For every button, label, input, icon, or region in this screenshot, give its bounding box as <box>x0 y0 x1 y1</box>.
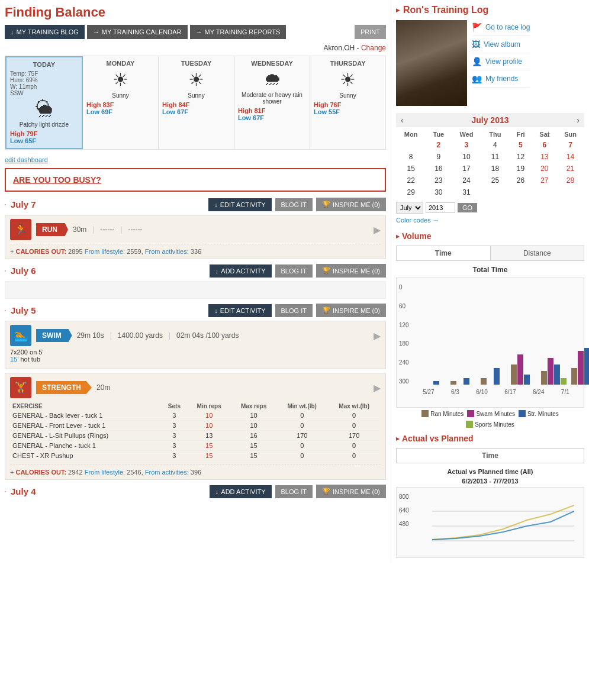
july4-blog-btn[interactable]: BLOG IT <box>275 485 313 498</box>
cal-day-7[interactable]: 7 <box>556 139 584 151</box>
edit-dashboard-link[interactable]: edit dashboard <box>5 156 48 163</box>
cal-day-28[interactable]: 28 <box>556 175 584 186</box>
color-codes-link[interactable]: Color codes → <box>396 217 439 224</box>
x-617: 6/17 <box>504 389 516 395</box>
year-input[interactable] <box>426 202 455 213</box>
x-71: 7/1 <box>561 389 569 395</box>
cal-day-24[interactable]: 24 <box>451 175 481 186</box>
location-bar: Akron,OH - Change <box>5 44 386 52</box>
july5-inspire-btn[interactable]: 🏆 INSPIRE ME (0) <box>316 304 386 317</box>
cal-day-14[interactable]: 14 <box>556 151 584 163</box>
cal-day-17[interactable]: 17 <box>451 163 481 175</box>
ex-name: GENERAL - L-Sit Pullups (Rings) <box>10 431 162 441</box>
cal-day-11[interactable]: 11 <box>482 151 509 163</box>
month-select[interactable]: July <box>396 202 423 214</box>
july4-inspire-label: INSPIRE ME (0) <box>333 488 380 495</box>
july6-inspire-btn[interactable]: 🏆 INSPIRE ME (0) <box>316 264 386 278</box>
cal-day-26[interactable]: 26 <box>508 175 532 186</box>
cal-day-27[interactable]: 27 <box>533 175 556 186</box>
color-codes[interactable]: Color codes → <box>396 216 584 224</box>
lifestyle-label2: From lifestyle: <box>85 469 125 476</box>
cal-day-15[interactable]: 15 <box>396 163 426 175</box>
today-low: Low 65F <box>10 137 78 144</box>
race-log-link[interactable]: 🚩 Go to race log <box>472 22 530 36</box>
cal-day-2[interactable]: 2 <box>426 139 451 151</box>
cal-day-12[interactable]: 12 <box>508 151 532 163</box>
busy-banner-link[interactable]: ARE YOU TOO BUSY? <box>13 175 101 185</box>
my-training-reports-btn[interactable]: → MY TRAINING REPORTS <box>190 25 287 39</box>
sep1: | <box>92 225 94 234</box>
today-desc: Patchy light drizzle <box>10 121 78 128</box>
july4-add-btn[interactable]: ↓ ADD ACTIVITY <box>210 485 272 498</box>
cal-day-23[interactable]: 23 <box>426 175 451 186</box>
cal-day-31[interactable]: 31 <box>451 186 481 198</box>
max-reps-col-header: Max reps <box>231 402 276 411</box>
cal-day-4[interactable]: 4 <box>482 139 509 151</box>
july6-section: ▸ July 6 ↓ ADD ACTIVITY BLOG IT 🏆 INSPIR… <box>5 264 386 299</box>
ex-min-wt: 0 <box>276 451 327 461</box>
my-training-calendar-btn[interactable]: → MY TRAINING CALENDAR <box>87 25 188 39</box>
view-album-link[interactable]: 🖼 View album <box>472 40 530 53</box>
cal-day-3[interactable]: 3 <box>451 139 481 151</box>
run-stat3: ------ <box>128 225 143 234</box>
volume-distance-tab[interactable]: Distance <box>491 246 584 260</box>
july7-inspire-btn[interactable]: 🏆 INSPIRE ME (0) <box>316 198 386 211</box>
today-icon: 🌦 <box>10 99 78 119</box>
swim-icon: 🏊 <box>10 325 31 346</box>
str-bar-2 <box>494 368 500 385</box>
swim-label: SWIM <box>36 329 72 342</box>
july5-calories: + CALORIES OUT: 2942 From lifestyle: 254… <box>10 464 381 476</box>
inspire-icon4: 🏆 <box>322 488 330 495</box>
july6-add-btn[interactable]: ↓ ADD ACTIVITY <box>210 264 272 278</box>
my-friends-link[interactable]: 👥 My friends <box>472 74 530 88</box>
swim-stat2: 1400.00 yards <box>118 331 163 340</box>
cal-day-21[interactable]: 21 <box>556 163 584 175</box>
cal-day-5[interactable]: 5 <box>508 139 532 151</box>
avp-time-tab[interactable]: Time <box>397 449 584 463</box>
volume-time-tab[interactable]: Time <box>397 246 491 260</box>
strength-row-0: GENERAL - Back lever - tuck 1 3 10 10 0 … <box>10 411 381 421</box>
max-wt-col-header: Max wt.(lb) <box>327 402 381 411</box>
cal-day-19[interactable]: 19 <box>508 163 532 175</box>
cal-day-10[interactable]: 10 <box>451 151 481 163</box>
run-play-btn[interactable]: ▶ <box>374 224 381 236</box>
swim-play-btn[interactable]: ▶ <box>374 330 381 341</box>
july5-edit-btn[interactable]: ↓ EDIT ACTIVITY <box>208 304 271 317</box>
strength-play-btn[interactable]: ▶ <box>374 382 381 393</box>
july5-blog-btn[interactable]: BLOG IT <box>275 304 313 317</box>
cal-day-18[interactable]: 18 <box>482 163 509 175</box>
cal-header-fri: Fri <box>508 130 532 139</box>
my-training-blog-btn[interactable]: ↓ MY TRAINING BLOG <box>5 25 85 39</box>
x-63: 6/3 <box>451 389 459 395</box>
calendar-prev-btn[interactable]: ‹ <box>401 115 404 125</box>
calendar-go-btn[interactable]: GO <box>458 203 477 212</box>
change-location-link[interactable]: Change <box>361 44 386 52</box>
ex-sets: 3 <box>162 431 188 441</box>
cal-day-6[interactable]: 6 <box>533 139 556 151</box>
print-button[interactable]: PRINT <box>355 25 386 39</box>
calendar-section: ‹ July 2013 › MonTueWedThuFriSatSun 2345… <box>396 113 584 224</box>
ex-min-wt: 0 <box>276 421 327 431</box>
x-610: 6/10 <box>476 389 487 395</box>
cal-day-13[interactable]: 13 <box>533 151 556 163</box>
july7-blog-btn[interactable]: BLOG IT <box>275 198 313 211</box>
cal-day-30[interactable]: 30 <box>426 186 451 198</box>
calendar-next-btn[interactable]: › <box>577 115 580 125</box>
july4-inspire-btn[interactable]: 🏆 INSPIRE ME (0) <box>316 485 386 498</box>
cal-day-9[interactable]: 9 <box>426 151 451 163</box>
cal-day-8[interactable]: 8 <box>396 151 426 163</box>
cal-day-22[interactable]: 22 <box>396 175 426 186</box>
y-180: 180 <box>399 340 409 347</box>
wednesday-high: High 81F <box>238 107 306 114</box>
swam-label: Swam Minutes <box>476 411 515 417</box>
cal-day-25[interactable]: 25 <box>482 175 509 186</box>
cal-day-16[interactable]: 16 <box>426 163 451 175</box>
cal-day-29[interactable]: 29 <box>396 186 426 198</box>
july7-edit-btn[interactable]: ↓ EDIT ACTIVITY <box>208 198 271 211</box>
strength-row-4: CHEST - XR Pushup 3 15 15 0 0 <box>10 451 381 461</box>
view-profile-link[interactable]: 👤 View profile <box>472 57 530 70</box>
cal-header-wed: Wed <box>451 130 481 139</box>
cal-empty <box>556 186 584 198</box>
july6-blog-btn[interactable]: BLOG IT <box>275 264 313 278</box>
cal-day-20[interactable]: 20 <box>533 163 556 175</box>
